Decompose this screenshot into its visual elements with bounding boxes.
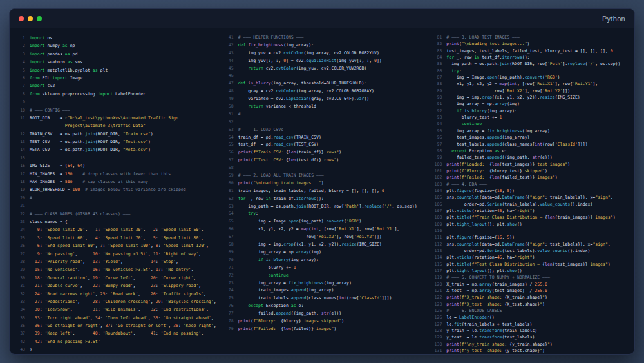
code-line: 88 x1, y1, x2, y2 = map(int, [row['Roi.X… (431, 81, 632, 87)
code-line: 129y_test = le.transform(test_labels) (431, 334, 632, 340)
code-token: , (206, 307, 209, 312)
code-token: plt. (446, 268, 457, 273)
code-token: , (143, 227, 153, 232)
code-token: : train_labels}), x= (545, 195, 595, 200)
code-text: img_yuv[:, :, 0] = cv2.equalizeHist(img_… (238, 57, 424, 65)
code-token: , (168, 323, 173, 328)
code-text: plt.xticks(rotation=45, ha="right") (446, 254, 632, 260)
minimize-button[interactable] (28, 16, 33, 21)
line-number: 101 (431, 168, 442, 174)
code-line: 96 test_images.append(img_array) (431, 134, 632, 141)
code-token: images" (592, 215, 612, 220)
line-number: 109 (431, 221, 442, 228)
line-number: 115 (431, 261, 442, 268)
code-token: rows" (321, 157, 336, 162)
code-token: META_CSV = os.path. (30, 147, 85, 152)
code-line: 14META_CSV = os.path.join(ROOT_DIR, "Met… (15, 146, 215, 153)
code-line: 47def is_blurry(img_array, threshold=BLU… (223, 80, 424, 88)
code-token: : (110, 323, 115, 328)
line-number: 95 (431, 128, 442, 134)
line-number: 15 (15, 154, 25, 162)
line-number: 67 (223, 233, 234, 241)
line-number: 4 (15, 58, 25, 66)
code-token: continue (269, 273, 289, 278)
code-token: , (73, 331, 93, 336)
code-token: , (70, 307, 93, 312)
code-token: f"Loaded: (462, 162, 489, 167)
line-number: 108 (431, 214, 442, 221)
code-token: 'Speed limit 30' (103, 227, 144, 232)
code-line: 17MIN_IMAGES = 150 # drop classes with f… (15, 170, 215, 178)
line-number: 68 (223, 241, 234, 249)
code-token: 'Go straight or right' (44, 323, 100, 328)
code-text: variance = cv2.Laplacian(gray, cv2.CV_64… (238, 95, 424, 103)
code-token: 'Turn left ahead' (105, 315, 148, 320)
code-token: , (206, 243, 209, 248)
code-text: img = Image.open(img_path).convert('RGB'… (238, 218, 424, 226)
code-token: as (291, 303, 296, 308)
line-number: 107 (431, 208, 442, 214)
line-number: 55 (223, 141, 234, 149)
code-token: print (446, 168, 459, 173)
code-token: from (30, 75, 40, 81)
code-token: train_df = pd. (238, 135, 274, 140)
code-token: plt. (446, 188, 457, 193)
code-token: array (479, 282, 492, 287)
code-line: 85 img_path = os.path.join(ROOT_DIR, row… (431, 61, 632, 67)
code-token: , (120, 259, 151, 264)
code-line: 91 img_array = np.array(img) (431, 101, 632, 107)
code-text: sns.countplot(data=pd.DataFrame({"sign":… (446, 241, 632, 248)
line-number: 122 (431, 294, 442, 300)
code-token: 38 (173, 323, 178, 328)
line-number: 72 (223, 272, 234, 280)
code-token: equalizeHist (306, 58, 336, 63)
code-token: : (98, 227, 103, 232)
code-token: DataFrame (502, 242, 524, 247)
code-token: 'Yield' (103, 259, 120, 264)
code-line: 50 return variance < threshold (223, 103, 424, 111)
line-number: 18 (15, 178, 25, 186)
code-line: 115plt.title(f"Test Class Distribution —… (431, 261, 632, 268)
code-text: # ——— CONFIG ——— (30, 106, 215, 114)
code-text: 3: 'Speed limit 60', 4: 'Speed limit 70'… (30, 234, 215, 242)
code-token: ) (336, 157, 339, 162)
code-token: : (98, 307, 103, 312)
code-text: img_array = fix_brightness(img_array) (238, 280, 424, 288)
line-number: 123 (431, 301, 442, 308)
code-line: 119# ——— 5. CONVERT TO NUMPY + NORMALIZE… (431, 274, 632, 280)
code-token: 64 (77, 163, 82, 168)
code-text: print(f"Blurry: {blurry} images skipped"… (238, 318, 424, 326)
code-token: figure (457, 188, 471, 193)
code-token: ) (359, 219, 362, 224)
code-token: train_df. (271, 196, 296, 201)
code-token: , (201, 235, 204, 240)
code-line: 43} (15, 346, 215, 353)
code-line: 21 (15, 202, 215, 210)
code-line: 42 42: 'End no passing >3.5t' (15, 338, 215, 346)
code-token: , [row[ (517, 81, 535, 86)
line-number: 8 (15, 90, 25, 98)
code-token: convert (525, 75, 542, 80)
code-token: ], (592, 81, 598, 86)
code-token: y_train = le. (446, 328, 479, 333)
code-token: (row[ (346, 295, 359, 300)
code-text: # ——— CLASS NAMES (GTSRB 43 classes) ——— (30, 210, 215, 218)
code-token: (img_array) (522, 128, 550, 133)
code-token: 'End no passing >3.5t' (44, 339, 100, 344)
code-text: order=pd.Series(test_labels).value_count… (446, 248, 632, 254)
code-token: 'Roi.Y1' (374, 226, 394, 231)
code-line: 59# ——— 2. LOAD ALL TRAIN IMAGES ——— (223, 172, 424, 180)
close-button[interactable] (19, 16, 24, 21)
code-token: , (148, 315, 153, 320)
code-token: 'Curve left' (103, 275, 133, 280)
code-token: e: (500, 148, 507, 153)
code-line: 87 img = Image.open(img_path).convert('R… (431, 74, 632, 81)
titlebar[interactable]: Python (10, 9, 634, 28)
code-token: ) (151, 132, 153, 137)
code-token: : (156, 227, 161, 232)
zoom-button[interactable] (37, 16, 42, 21)
code-line: 54train_df = pd.read_csv(TRAIN_CSV) (223, 134, 424, 142)
code-token: sns. (446, 195, 457, 200)
code-token: append (487, 155, 502, 160)
code-text: test_labels.append(class_names[int(row['… (446, 141, 632, 148)
